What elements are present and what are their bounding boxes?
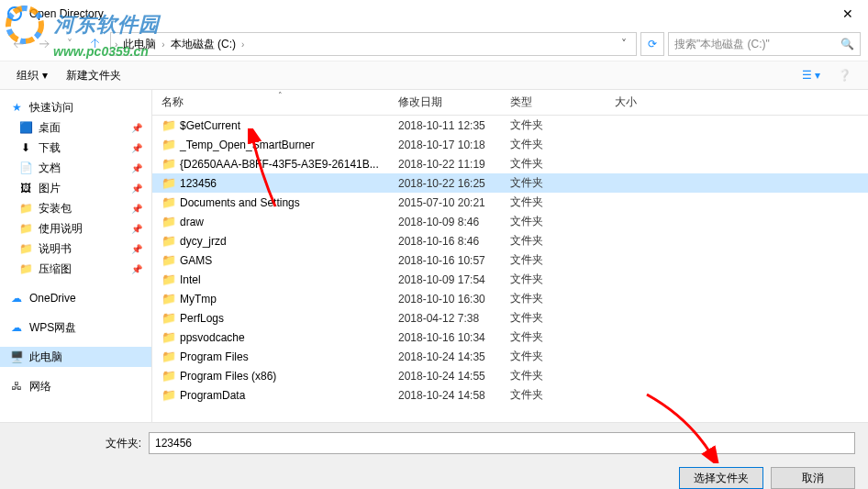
search-icon: 🔍	[840, 38, 854, 50]
newfolder-button[interactable]: 新建文件夹	[61, 66, 127, 85]
column-date[interactable]: 修改日期	[398, 94, 510, 110]
table-row[interactable]: Program Files 2018-10-24 14:35 文件夹	[152, 347, 868, 366]
folder-input[interactable]	[149, 432, 855, 454]
folder-icon: 📄	[18, 161, 33, 175]
sidebar-onedrive[interactable]: ☁ OneDrive	[0, 288, 151, 308]
folder-icon	[161, 176, 176, 191]
sidebar-item[interactable]: 📁说明书📌	[0, 239, 151, 259]
navbar: 🡠 🡢 ˅ 🡡 › 此电脑 › 本地磁盘 (C:) › ˅ ⟳ 搜索"本地磁盘 …	[0, 28, 868, 61]
sidebar-item[interactable]: 📁使用说明📌	[0, 218, 151, 239]
history-dropdown[interactable]: ˅	[59, 33, 81, 55]
folder-icon: ⬇	[18, 140, 33, 155]
network-icon: 🖧	[9, 379, 24, 394]
folder-icon	[161, 272, 176, 287]
pin-icon: 📌	[131, 183, 142, 194]
table-row[interactable]: 123456 2018-10-22 16:25 文件夹	[152, 173, 868, 193]
folder-icon	[161, 350, 176, 364]
star-icon: ★	[9, 100, 24, 115]
table-row[interactable]: ProgramData 2018-10-24 14:58 文件夹	[152, 385, 868, 405]
folder-icon	[161, 215, 176, 229]
up-button[interactable]: 🡡	[84, 33, 106, 55]
sidebar-item[interactable]: ⬇下载📌	[0, 138, 151, 158]
folder-icon	[161, 138, 176, 152]
sidebar-item[interactable]: 📁压缩图📌	[0, 259, 151, 279]
table-row[interactable]: $GetCurrent 2018-10-11 12:35 文件夹	[152, 116, 868, 135]
folder-icon: 🖼	[18, 181, 33, 195]
chevron-right-icon: ›	[115, 39, 117, 50]
folder-icon	[161, 195, 176, 210]
pin-icon: 📌	[131, 123, 142, 133]
folder-icon	[161, 388, 176, 403]
folder-icon: 📁	[18, 221, 33, 236]
folder-icon: 🟦	[18, 120, 33, 135]
breadcrumb-dropdown[interactable]: ˅	[616, 38, 632, 50]
pin-icon: 📌	[131, 264, 142, 274]
pc-icon: 🖥️	[9, 350, 24, 364]
pin-icon: 📌	[131, 244, 142, 254]
table-row[interactable]: dycy_jrzd 2018-10-16 8:46 文件夹	[152, 231, 868, 250]
sidebar-this-pc[interactable]: 🖥️ 此电脑	[0, 347, 151, 367]
app-icon	[7, 6, 22, 21]
folder-icon	[161, 369, 176, 383]
folder-icon: 📁	[18, 241, 33, 256]
folder-icon: 📁	[18, 201, 33, 216]
organize-menu[interactable]: 组织 ▾	[11, 66, 53, 85]
view-options-button[interactable]: ☰ ▾	[798, 65, 824, 85]
close-button[interactable]: ✕	[827, 0, 868, 28]
file-list[interactable]: $GetCurrent 2018-10-11 12:35 文件夹 _Temp_O…	[152, 116, 868, 422]
column-type[interactable]: 类型	[510, 94, 615, 110]
sidebar-item[interactable]: 🟦桌面📌	[0, 117, 151, 138]
sidebar-item[interactable]: 🖼图片📌	[0, 178, 151, 198]
file-area: 名称 ˄ 修改日期 类型 大小 $GetCurrent 2018-10-11 1…	[152, 90, 868, 422]
toolbar: 组织 ▾ 新建文件夹 ☰ ▾ ❔	[0, 61, 868, 90]
folder-icon	[161, 234, 176, 249]
column-headers: 名称 ˄ 修改日期 类型 大小	[152, 90, 868, 116]
pin-icon: 📌	[131, 204, 142, 214]
table-row[interactable]: Program Files (x86) 2018-10-24 14:55 文件夹	[152, 366, 868, 385]
select-folder-button[interactable]: 选择文件夹	[679, 467, 763, 489]
pin-icon: 📌	[131, 163, 142, 173]
table-row[interactable]: _Temp_Open_SmartBurner 2018-10-17 10:18 …	[152, 135, 868, 154]
table-row[interactable]: GAMS 2018-10-16 10:57 文件夹	[152, 250, 868, 270]
folder-icon	[161, 118, 176, 133]
titlebar: Open Directory ✕	[0, 0, 868, 28]
refresh-button[interactable]: ⟳	[640, 32, 664, 56]
sort-ascending-icon: ˄	[278, 91, 283, 100]
table-row[interactable]: MyTmp 2018-10-10 16:30 文件夹	[152, 289, 868, 308]
cancel-button[interactable]: 取消	[771, 467, 855, 489]
breadcrumb-drive[interactable]: 本地磁盘 (C:)	[167, 37, 239, 52]
back-button[interactable]: 🡠	[7, 33, 29, 55]
chevron-right-icon: ›	[161, 39, 164, 50]
cloud-icon: ☁	[9, 291, 24, 306]
folder-icon: 📁	[18, 261, 33, 276]
main-area: ★ 快速访问 🟦桌面📌⬇下载📌📄文档📌🖼图片📌📁安装包📌📁使用说明📌📁说明书📌📁…	[0, 90, 868, 422]
column-name[interactable]: 名称 ˄	[161, 94, 398, 110]
forward-button: 🡢	[33, 33, 55, 55]
table-row[interactable]: draw 2018-10-09 8:46 文件夹	[152, 212, 868, 231]
table-row[interactable]: Documents and Settings 2015-07-10 20:21 …	[152, 193, 868, 212]
sidebar-quick-access[interactable]: ★ 快速访问	[0, 97, 151, 117]
pin-icon: 📌	[131, 143, 142, 153]
chevron-down-icon: ▾	[42, 69, 48, 82]
sidebar-wps[interactable]: ☁ WPS网盘	[0, 317, 151, 338]
search-box[interactable]: 搜索"本地磁盘 (C:)" 🔍	[668, 32, 861, 56]
sidebar: ★ 快速访问 🟦桌面📌⬇下载📌📄文档📌🖼图片📌📁安装包📌📁使用说明📌📁说明书📌📁…	[0, 90, 152, 422]
folder-icon	[161, 157, 176, 172]
sidebar-item[interactable]: 📄文档📌	[0, 158, 151, 178]
pin-icon: 📌	[131, 224, 142, 234]
sidebar-network[interactable]: 🖧 网络	[0, 376, 151, 396]
help-button[interactable]: ❔	[831, 65, 857, 85]
column-size[interactable]: 大小	[615, 94, 688, 110]
table-row[interactable]: Intel 2018-10-09 17:54 文件夹	[152, 270, 868, 289]
breadcrumb[interactable]: › 此电脑 › 本地磁盘 (C:) › ˅	[110, 32, 637, 56]
folder-icon	[161, 253, 176, 268]
folder-icon	[161, 311, 176, 326]
window-title: Open Directory	[29, 7, 104, 20]
folder-label: 文件夹:	[13, 436, 141, 451]
sidebar-item[interactable]: 📁安装包📌	[0, 198, 151, 218]
cloud-icon: ☁	[9, 320, 24, 335]
breadcrumb-pc[interactable]: 此电脑	[119, 37, 160, 52]
table-row[interactable]: ppsvodcache 2018-10-16 10:34 文件夹	[152, 328, 868, 347]
table-row[interactable]: PerfLogs 2018-04-12 7:38 文件夹	[152, 308, 868, 328]
table-row[interactable]: {D2650AAA-B8FF-43F5-A3E9-26141B... 2018-…	[152, 154, 868, 173]
